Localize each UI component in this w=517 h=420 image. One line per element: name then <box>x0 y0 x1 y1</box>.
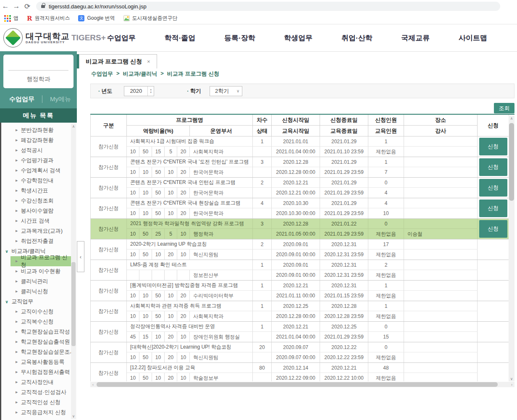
sidebar-item[interactable]: ▶교직적인성 신청 <box>1 397 77 407</box>
scroll-left-icon[interactable]: ‹ <box>90 383 96 387</box>
sidebar-item-label: 클리닉관리 <box>21 278 48 285</box>
nav-item[interactable]: 학적·졸업 <box>165 33 196 43</box>
sidebar-item[interactable]: ▶수강학점안내 <box>1 176 77 186</box>
cell-ratio <box>127 270 139 280</box>
university-emblem-icon <box>3 28 23 47</box>
scroll-right-icon[interactable]: › <box>509 383 514 387</box>
sidebar-item-label: 교직복수신청 <box>21 318 53 326</box>
sidebar-collapse-handle[interactable]: ‹ <box>77 241 84 272</box>
bookmark-apps[interactable]: 앱 <box>4 15 18 22</box>
sidebar-item[interactable]: ▶교직복수신청 <box>1 317 77 327</box>
cell-edu-end: 2021.01.29 23:59 <box>320 332 368 342</box>
breadcrumb-item[interactable]: 비교과/클리닉 <box>123 70 157 78</box>
sidebar-menu-list: ▶분반강좌현황▶폐강강좌현황▶성적공시▶수업평가결과▶수업계획서 검색▶수강학점… <box>1 123 77 417</box>
sidebar-item[interactable]: ▶학생시간표 <box>1 186 77 196</box>
cell-program-name: [12.22] 창파도서관 이용 교육 <box>127 363 253 373</box>
sidebar-tab-work[interactable]: 수업업무 <box>9 95 34 103</box>
sidebar-item[interactable]: ▶학교현장실습출석원 <box>1 337 77 347</box>
breadcrumb-item[interactable]: 비교과 프로그램 신청 <box>167 70 219 78</box>
sidebar-item[interactable]: ▶봉사이수열람 <box>1 206 77 216</box>
sidebar-item[interactable]: ▶성적공시 <box>1 145 77 155</box>
sidebar-item[interactable]: ▶교직응급처지 신청 <box>1 407 77 417</box>
arrow-right-icon: ▶ <box>16 290 18 293</box>
nav-item[interactable]: 취업·산학 <box>341 33 373 43</box>
sidebar-tab-my[interactable]: My메뉴 <box>50 95 71 103</box>
cell-ratio: 10 <box>177 373 190 381</box>
page-tab[interactable]: 비교과 프로그램 신청 × <box>79 54 157 68</box>
sidebar-item[interactable]: ▶분반강좌현황 <box>1 125 77 135</box>
apply-button[interactable]: 신청 <box>479 138 507 155</box>
apply-button[interactable]: 신청 <box>479 220 507 238</box>
sidebar-item[interactable]: ▶학교현장실습설문조사 <box>1 347 77 357</box>
sidebar-item[interactable]: ▶시간표 검색 <box>1 216 77 226</box>
sidebar-item[interactable]: ▶교육봉사활동등록 <box>1 357 77 367</box>
sidebar-item[interactable]: ▶수강신청조회 <box>1 196 77 206</box>
scrollbar-thumb[interactable] <box>71 262 76 346</box>
bookmark-urban-research[interactable]: 도시재생실증연구단 <box>123 15 178 22</box>
cell-status <box>253 167 272 177</box>
scroll-down-icon[interactable]: ∨ <box>71 413 76 419</box>
bookmark-remote-support[interactable]: R 원격지원서비스 <box>27 15 70 22</box>
url-text[interactable]: tigersstd.daegu.ac.kr/nxrun/ssoLogin.jsp <box>49 3 147 10</box>
cell-apply-count: 0 <box>368 178 404 188</box>
scrollbar-thumb[interactable] <box>97 382 498 387</box>
search-button[interactable]: 조회 <box>494 103 514 113</box>
sidebar-item[interactable]: ▶수업계획서 검색 <box>1 165 77 176</box>
sidebar-item[interactable]: ▶학교현장실습표작성 <box>1 327 77 337</box>
back-icon[interactable]: ← <box>0 2 11 10</box>
spinner-arrows-icon[interactable]: ▲▼ <box>147 87 154 96</box>
sidebar-item[interactable]: ▶클리닉관리 <box>1 276 77 286</box>
nav-item[interactable]: 사이트맵 <box>459 33 487 43</box>
sidebar-group[interactable]: ∨교직업무 <box>1 297 77 307</box>
semester-select[interactable]: 2학기 ∨ <box>210 86 242 96</box>
sidebar-item[interactable]: ▶폐강강좌현황 <box>1 135 77 145</box>
close-icon[interactable]: × <box>147 58 150 65</box>
cell-apply-end: 2021.01.29 <box>320 198 368 208</box>
sidebar-item[interactable]: ▶교과목개요(교과) <box>1 226 77 236</box>
nav-item[interactable]: 학생업무 <box>284 33 312 43</box>
cell-apply-count: 2 <box>368 260 404 270</box>
sidebar-item[interactable]: ▶교직사정안내 <box>1 377 77 387</box>
forward-icon[interactable]: → <box>11 2 22 10</box>
apply-button[interactable]: 신청 <box>479 179 507 197</box>
arrow-right-icon: ▶ <box>16 159 18 162</box>
col-apply: 신청 <box>478 115 509 136</box>
sidebar-item[interactable]: ▶비교과 프로그램 신청 <box>10 256 71 266</box>
address-bar[interactable]: tigersstd.daegu.ac.kr/nxrun/ssoLogin.jsp <box>36 2 500 11</box>
cell-ratio: 20 <box>177 188 190 198</box>
arrow-right-icon: ▶ <box>16 370 18 374</box>
sidebar-item[interactable]: ▶취업전자출결 <box>1 236 77 246</box>
sidebar-item[interactable]: ▶수업평가결과 <box>1 155 77 165</box>
scrollbar-thumb[interactable] <box>509 123 514 201</box>
scroll-down-icon[interactable]: ∨ <box>509 376 514 381</box>
year-value[interactable]: 2020 <box>124 88 147 94</box>
arrow-right-icon: ▶ <box>16 139 18 142</box>
cell-ratio: 50 <box>139 249 152 260</box>
cell-ratio: 10 <box>139 188 152 198</box>
apply-button[interactable]: 신청 <box>479 158 507 176</box>
nav-item[interactable]: 등록·장학 <box>224 33 255 43</box>
nav-item[interactable]: 수업업무 <box>107 33 136 43</box>
bookmark-label: 앱 <box>13 15 18 22</box>
breadcrumb-item[interactable]: 수업업무 <box>91 70 113 78</box>
bookmark-google-translate[interactable]: 文 Google 번역 <box>78 15 115 22</box>
scroll-up-icon[interactable]: ∧ <box>509 116 514 122</box>
nav-item[interactable]: 국제교류 <box>401 33 430 43</box>
apply-button[interactable]: 신청 <box>479 200 507 217</box>
sidebar-item[interactable]: ▶교직이수신청 <box>1 307 77 317</box>
university-logo[interactable]: 대구대학교 DAEGU UNIVERSITY TIGERS+ <box>3 28 106 47</box>
page-tab-label: 비교과 프로그램 신청 <box>86 58 142 66</box>
cell-ratio: 10 <box>165 208 177 218</box>
sidebar-item[interactable]: ▶교직적성·인성검사 <box>1 387 77 397</box>
sidebar-item-label: 학교현장실습표작성 <box>21 328 70 336</box>
cell-place <box>404 198 478 208</box>
scroll-up-icon[interactable]: ∧ <box>71 123 76 129</box>
table-horizontal-scrollbar[interactable]: ‹ › <box>90 382 514 387</box>
year-spinner[interactable]: 2020 ▲▼ <box>124 86 154 96</box>
cell-order: 2 <box>253 178 272 188</box>
sidebar-item[interactable]: ▶무시험검정원서출력 <box>1 367 77 377</box>
sidebar-item[interactable]: ▶클리닉신청 <box>1 286 77 297</box>
sidebar-scrollbar[interactable]: ∧ ∨ <box>71 123 76 419</box>
table-vertical-scrollbar[interactable]: ∧ ∨ <box>509 116 514 381</box>
refresh-icon[interactable]: ⟳ <box>22 2 33 11</box>
